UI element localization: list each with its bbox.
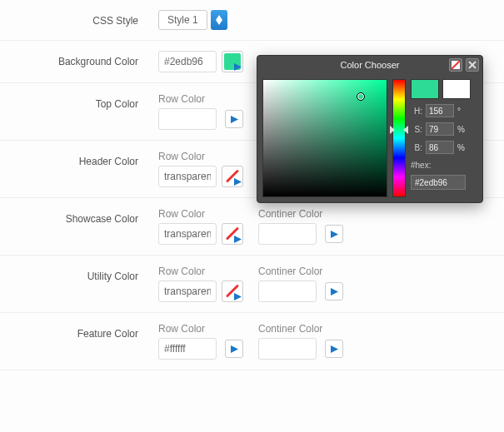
s-label: S: <box>411 125 422 134</box>
showcase-container-color-label: Continer Color <box>258 208 343 220</box>
color-chooser-close-button[interactable] <box>466 58 479 72</box>
top-row-color-swatch-button[interactable] <box>225 110 243 128</box>
svg-marker-6 <box>234 236 242 243</box>
play-icon <box>331 288 338 295</box>
none-icon <box>452 61 460 69</box>
close-icon <box>468 61 477 69</box>
play-icon <box>331 345 338 353</box>
showcase-row-color-input[interactable] <box>158 223 217 245</box>
hue-cursor-icon <box>403 126 408 134</box>
play-icon <box>231 345 238 353</box>
header-row-color-label: Row Color <box>158 151 243 162</box>
hue-cursor-icon <box>390 126 395 134</box>
hex-input[interactable] <box>411 175 466 190</box>
showcase-row-color-label: Row Color <box>158 208 243 220</box>
feature-container-color-swatch-button[interactable] <box>325 340 343 358</box>
css-style-value: Style 1 <box>158 10 207 30</box>
top-row-color-input[interactable] <box>158 108 217 130</box>
svg-marker-7 <box>331 231 338 238</box>
label-top-color: Top Color <box>0 93 158 110</box>
play-icon <box>231 116 238 123</box>
background-color-input[interactable] <box>158 51 217 72</box>
label-background-color: Background Color <box>0 51 158 67</box>
row-css-style: CSS Style Style 1 <box>0 0 504 41</box>
label-feature-color: Feature Color <box>0 323 158 340</box>
utility-row-color-input[interactable] <box>158 281 217 302</box>
h-label: H: <box>411 107 422 116</box>
svg-marker-8 <box>234 293 242 300</box>
svg-marker-4 <box>234 178 242 186</box>
utility-container-color-input[interactable] <box>258 281 317 302</box>
old-color-swatch <box>442 79 471 99</box>
feature-row-color-input[interactable] <box>158 338 217 360</box>
svg-marker-9 <box>331 288 338 295</box>
utility-container-color-label: Continer Color <box>258 266 343 277</box>
label-utility-color: Utility Color <box>0 266 158 282</box>
showcase-container-color-swatch-button[interactable] <box>325 225 343 243</box>
utility-row-color-label: Row Color <box>158 266 243 277</box>
label-header-color: Header Color <box>0 151 158 167</box>
utility-row-color-swatch-button[interactable] <box>222 281 243 302</box>
svg-marker-1 <box>216 20 222 25</box>
color-chooser-title: Color Chooser <box>341 60 400 70</box>
select-arrows-icon <box>211 10 227 30</box>
row-feature-color: Feature Color Row Color Continer Color <box>0 313 504 370</box>
utility-container-color-swatch-button[interactable] <box>325 282 343 300</box>
b-label: B: <box>411 143 422 152</box>
svg-marker-11 <box>331 345 338 353</box>
feature-container-color-input[interactable] <box>258 338 317 360</box>
background-color-swatch-button[interactable] <box>222 51 243 72</box>
s-input[interactable] <box>426 122 454 136</box>
header-row-color-swatch-button[interactable] <box>222 166 243 187</box>
b-input[interactable] <box>426 141 454 154</box>
new-color-swatch <box>411 79 439 99</box>
svg-marker-3 <box>231 116 238 123</box>
label-showcase-color: Showcase Color <box>0 208 158 225</box>
play-icon <box>234 178 242 186</box>
h-unit: ° <box>457 107 461 116</box>
css-style-select[interactable]: Style 1 <box>158 10 227 30</box>
top-row-color-label: Row Color <box>158 93 243 105</box>
hex-label: #hex: <box>411 161 477 170</box>
color-chooser-none-button[interactable] <box>449 58 462 72</box>
sv-picker-area[interactable] <box>262 79 387 197</box>
s-unit: % <box>457 125 465 134</box>
row-utility-color: Utility Color Row Color Continer Color <box>0 256 504 313</box>
header-row-color-input[interactable] <box>158 166 217 187</box>
showcase-row-color-swatch-button[interactable] <box>222 223 243 245</box>
color-chooser-titlebar[interactable]: Color Chooser <box>257 56 482 74</box>
play-icon <box>234 293 242 300</box>
svg-marker-10 <box>231 345 238 353</box>
hue-slider[interactable] <box>392 79 406 197</box>
row-showcase-color: Showcase Color Row Color Continer Color <box>0 198 504 256</box>
svg-marker-2 <box>234 63 242 71</box>
feature-row-color-label: Row Color <box>158 323 243 335</box>
play-icon <box>234 63 242 71</box>
play-icon <box>331 231 338 238</box>
color-chooser-popover: Color Chooser <box>257 55 483 203</box>
label-css-style: CSS Style <box>0 10 158 27</box>
color-compare <box>411 79 477 99</box>
feature-row-color-swatch-button[interactable] <box>225 340 243 358</box>
play-icon <box>234 236 242 243</box>
sv-cursor-icon <box>357 92 365 101</box>
h-input[interactable] <box>426 104 454 117</box>
feature-container-color-label: Continer Color <box>258 323 343 335</box>
showcase-container-color-input[interactable] <box>258 223 317 245</box>
b-unit: % <box>457 143 465 152</box>
